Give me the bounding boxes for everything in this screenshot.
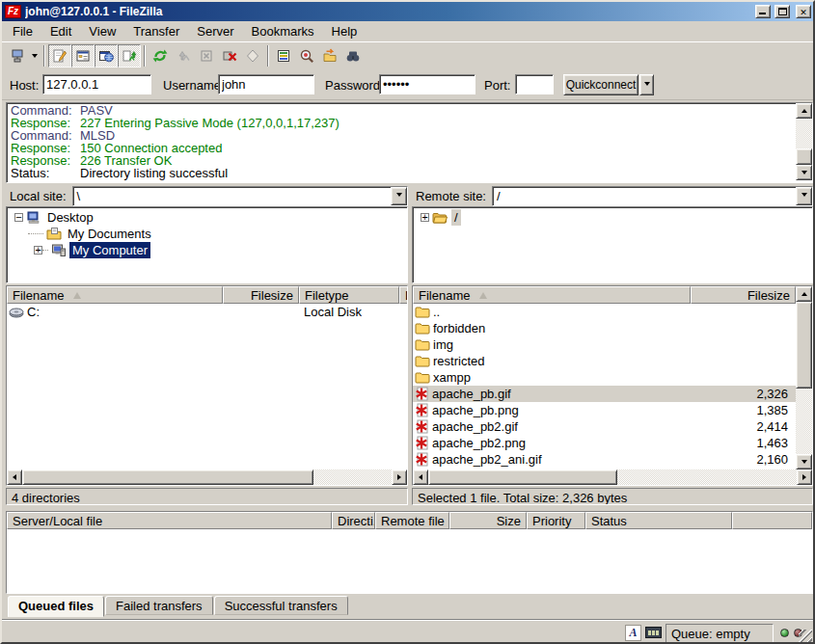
scroll-right-button[interactable] (797, 470, 812, 485)
quickconnect-dropdown-button[interactable] (639, 74, 654, 95)
scrollbar-thumb[interactable] (22, 470, 313, 485)
file-row[interactable]: apache_pb.png 1,385 (413, 402, 796, 418)
toggle-local-tree-button[interactable] (71, 44, 95, 67)
scroll-left-button[interactable] (7, 470, 22, 485)
queue-tabstrip: Queued files Failed transfers Successful… (6, 596, 813, 617)
column-header-direction[interactable]: Directi... (332, 512, 375, 529)
tree-item-my-documents[interactable]: My Documents (7, 226, 407, 242)
cancel-operation-button[interactable] (195, 44, 218, 67)
quickconnect-button[interactable]: Quickconnect (563, 74, 638, 95)
arrow-up-icon (801, 106, 807, 113)
scrollbar-thumb[interactable] (796, 148, 812, 165)
username-input[interactable] (218, 74, 314, 94)
scrollbar-track[interactable] (617, 470, 797, 485)
password-input[interactable] (379, 74, 475, 94)
tree-item-label-selected: My Computer (69, 242, 150, 258)
tab-successful-transfers[interactable]: Successful transfers (214, 596, 348, 615)
scroll-left-button[interactable] (413, 470, 428, 485)
synchronized-browsing-button[interactable] (318, 44, 341, 67)
scrollbar-track[interactable] (313, 470, 392, 485)
tree-item-root[interactable]: / (413, 209, 812, 226)
column-header-filename[interactable]: Filename (7, 286, 223, 304)
file-row[interactable]: forbidden (413, 320, 796, 336)
refresh-button[interactable] (149, 44, 172, 67)
close-button[interactable] (796, 5, 811, 18)
tree-item-label: Desktop (44, 209, 96, 226)
file-row-selected[interactable]: apache_pb.gif 2,326 (413, 386, 796, 402)
column-header-priority[interactable]: Priority (527, 512, 585, 529)
scrollbar-track[interactable] (796, 119, 812, 148)
title-bar[interactable]: john@127.0.0.1 - FileZilla (2, 2, 813, 21)
menu-item-help[interactable]: Help (323, 22, 367, 40)
minimize-icon (759, 13, 766, 14)
remote-site-combobox[interactable]: / (492, 186, 813, 206)
file-row[interactable]: img (413, 336, 796, 353)
disconnect-button[interactable] (218, 44, 241, 67)
toggle-message-log-button[interactable] (48, 44, 71, 67)
menu-item-server[interactable]: Server (188, 22, 242, 40)
tree-item-my-computer[interactable]: My Computer (7, 242, 407, 258)
menu-item-bookmarks[interactable]: Bookmarks (243, 22, 323, 40)
menu-item-file[interactable]: File (4, 22, 41, 40)
menu-item-view[interactable]: View (80, 22, 124, 40)
folder-icon (415, 322, 430, 335)
scrollbar-track[interactable] (796, 389, 812, 454)
scroll-down-button[interactable] (796, 165, 812, 180)
reconnect-button[interactable] (241, 44, 264, 67)
site-manager-button[interactable] (6, 44, 29, 67)
column-header-size[interactable]: Size (449, 512, 527, 529)
file-row[interactable]: xampp (413, 369, 796, 386)
host-input[interactable] (42, 74, 151, 94)
scroll-down-button[interactable] (796, 454, 812, 470)
column-header-last-modified[interactable]: L (399, 286, 408, 304)
column-header-filetype[interactable]: Filetype (299, 286, 399, 304)
local-list-body: C: Local Disk (7, 304, 407, 470)
expand-icon[interactable] (34, 246, 42, 255)
my-documents-icon (46, 227, 62, 241)
toggle-transfer-queue-button[interactable] (118, 44, 141, 67)
site-manager-dropdown-button[interactable] (29, 44, 41, 67)
file-row[interactable]: apache_pb2.gif 2,414 (413, 418, 796, 435)
local-site-combobox[interactable]: \ (72, 186, 408, 206)
tab-failed-transfers[interactable]: Failed transfers (105, 596, 213, 615)
expand-icon[interactable] (421, 213, 429, 222)
file-row[interactable]: apache_pb2_ani.gif 2,160 (413, 451, 796, 468)
column-header-remote-file[interactable]: Remote file (375, 512, 449, 529)
column-header-filename[interactable]: Filename (413, 286, 691, 304)
speed-limit-icon (645, 627, 662, 638)
maximize-button[interactable] (774, 5, 790, 18)
column-header-server-local-file[interactable]: Server/Local file (7, 512, 332, 529)
file-name: apache_pb.gif (432, 387, 511, 401)
file-name: forbidden (433, 321, 485, 335)
column-header-filesize[interactable]: Filesize (223, 286, 299, 304)
minimize-button[interactable] (755, 5, 771, 18)
directory-compare-button[interactable] (295, 44, 318, 67)
directory-filter-button[interactable] (272, 44, 295, 67)
find-files-button[interactable] (341, 44, 365, 67)
file-row[interactable]: .. (413, 304, 796, 320)
tab-queued-files[interactable]: Queued files (8, 596, 104, 617)
local-site-dropdown-button[interactable] (391, 187, 407, 205)
toggle-remote-tree-button[interactable] (95, 44, 118, 67)
menu-item-transfer[interactable]: Transfer (124, 22, 188, 40)
process-queue-button[interactable] (172, 44, 195, 67)
remote-site-label: Remote site: (412, 189, 492, 203)
tree-item-desktop[interactable]: Desktop (7, 209, 407, 226)
scrollbar-thumb[interactable] (428, 470, 617, 485)
file-row-c-drive[interactable]: C: Local Disk (7, 304, 407, 320)
queue-body[interactable] (7, 529, 812, 593)
column-header-status[interactable]: Status (585, 512, 732, 529)
port-input[interactable] (515, 74, 554, 94)
scroll-right-button[interactable] (392, 470, 407, 485)
resize-grip[interactable] (799, 630, 812, 643)
file-row[interactable]: apache_pb2.png 1,463 (413, 435, 796, 451)
column-header-filesize[interactable]: Filesize (691, 286, 796, 304)
remote-site-dropdown-button[interactable] (796, 187, 812, 205)
folder-icon (415, 338, 430, 351)
scroll-up-button[interactable] (796, 286, 812, 302)
collapse-icon[interactable] (14, 213, 23, 222)
file-row[interactable]: restricted (413, 353, 796, 369)
scroll-up-button[interactable] (796, 103, 812, 119)
scrollbar-thumb[interactable] (796, 302, 812, 389)
menu-item-edit[interactable]: Edit (41, 22, 80, 40)
